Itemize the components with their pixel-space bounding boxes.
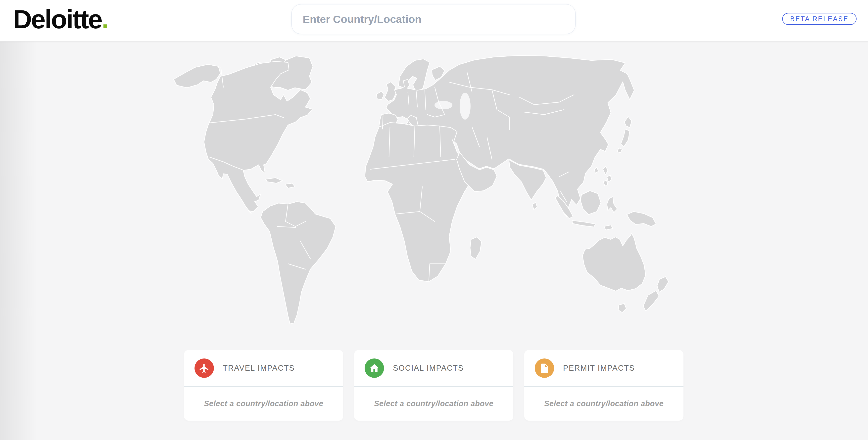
card-title: PERMIT IMPACTS [563, 364, 635, 373]
card-title: SOCIAL IMPACTS [393, 364, 464, 373]
permit-impacts-card: PERMIT IMPACTS Select a country/location… [524, 350, 683, 420]
world-map [171, 53, 697, 326]
travel-impacts-card: TRAVEL IMPACTS Select a country/location… [184, 350, 343, 420]
left-edge-shade [0, 0, 37, 440]
document-icon [535, 358, 554, 378]
social-impacts-card-body: Select a country/location above [354, 387, 513, 420]
card-message: Select a country/location above [374, 399, 494, 408]
social-impacts-card: SOCIAL IMPACTS Select a country/location… [354, 350, 513, 420]
deloitte-logo[interactable]: Deloitte. [13, 3, 109, 35]
social-impacts-card-header: SOCIAL IMPACTS [354, 350, 513, 387]
logo-text: Deloitte [13, 4, 102, 34]
card-message: Select a country/location above [204, 399, 323, 408]
country-search-input[interactable] [291, 4, 576, 34]
beta-release-badge: BETA RELEASE [782, 13, 857, 25]
travel-impacts-card-header: TRAVEL IMPACTS [184, 350, 343, 387]
card-title: TRAVEL IMPACTS [223, 364, 295, 373]
permit-impacts-card-header: PERMIT IMPACTS [524, 350, 683, 387]
app-header: Deloitte. BETA RELEASE [0, 0, 868, 41]
plane-icon [194, 358, 214, 378]
logo-green-dot: . [102, 4, 109, 34]
map-landmasses [174, 56, 669, 324]
travel-impacts-card-body: Select a country/location above [184, 387, 343, 420]
world-map-container [171, 53, 697, 326]
impact-cards-row: TRAVEL IMPACTS Select a country/location… [184, 350, 683, 420]
card-message: Select a country/location above [544, 399, 664, 408]
home-icon [365, 358, 384, 378]
country-search [291, 4, 576, 34]
permit-impacts-card-body: Select a country/location above [524, 387, 683, 420]
